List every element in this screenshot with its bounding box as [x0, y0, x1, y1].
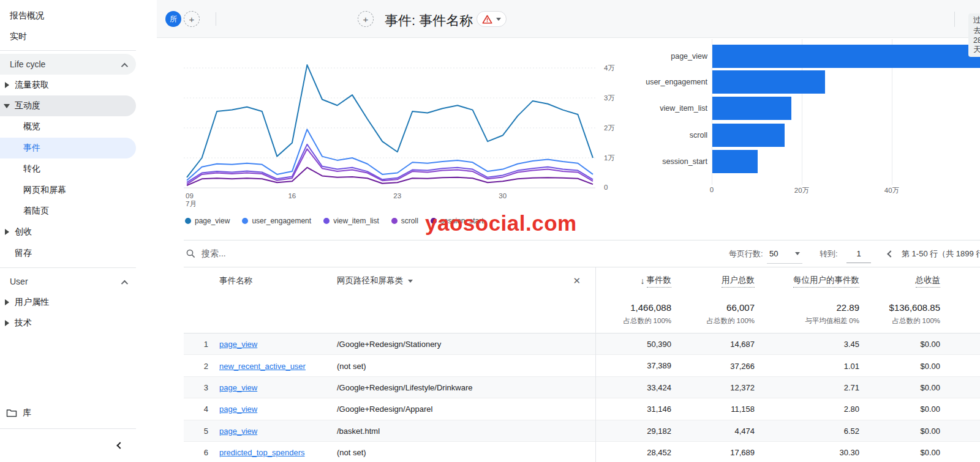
totals-cell: $136,608.85占总数的 100%	[859, 294, 940, 333]
x-axis-tick: 30	[499, 192, 507, 199]
bar-page_view	[712, 45, 980, 68]
column-header-total-revenue[interactable]: 总收益	[859, 275, 940, 288]
metric-cell: 50,390	[595, 333, 671, 355]
x-axis-tick: 20万	[794, 186, 809, 195]
add-comparison-button[interactable]: +	[184, 11, 200, 27]
event-name-link[interactable]: predicted_top_spenders	[219, 448, 305, 457]
section-header-life-cycle[interactable]: Life cycle	[0, 54, 136, 75]
chevron-down-icon	[496, 18, 501, 21]
sidebar-item-realtime[interactable]: 实时	[0, 26, 136, 47]
collapse-arrow-icon[interactable]	[4, 104, 10, 108]
event-name-link[interactable]: page_view	[219, 427, 257, 436]
data-quality-button[interactable]	[477, 11, 507, 27]
x-axis-tick: 16	[288, 192, 296, 199]
event-name-link[interactable]: page_view	[219, 340, 257, 349]
column-header-event-count-per-user[interactable]: 每位用户的事件数	[755, 275, 859, 288]
all-users-chip[interactable]: 所	[165, 11, 181, 27]
totals-value: 66,007	[726, 302, 755, 313]
table-row: 5page_view/basket.html29,1824,4746.52$0.…	[184, 420, 980, 442]
metric-cell: 29,182	[595, 420, 671, 442]
metric-header-label: 每位用户的事件数	[793, 275, 859, 288]
folder-icon	[6, 408, 17, 418]
x-axis-tick: 097月	[186, 192, 197, 209]
sidebar-item-pages-screens[interactable]: 网页和屏幕	[0, 180, 136, 201]
previous-page-icon[interactable]	[887, 250, 894, 257]
collapse-nav-icon[interactable]	[116, 442, 123, 449]
column-header-page-path[interactable]: 网页路径和屏幕类 ✕	[337, 275, 595, 286]
chevron-up-icon	[121, 280, 128, 287]
row-number: 4	[184, 404, 219, 414]
ga4-events-report: 所 + 事件: 事件名称 + 过去 28 天 7月9日 - 2023年8月5日	[0, 0, 980, 462]
sidebar-item-tech[interactable]: 技术	[0, 313, 136, 333]
left-nav: 报告概况 实时 Life cycle 流量获取 互动度 概览 事件 转化 网页和…	[0, 0, 157, 462]
event-name-link[interactable]: page_view	[219, 383, 257, 392]
rows-per-page-label: 每页行数:	[729, 240, 763, 267]
table-body: 1page_view/Google+Redesign/Stationery50,…	[184, 333, 980, 462]
y-axis-tick: 3万	[604, 94, 615, 103]
metric-header-label: 事件数	[647, 275, 672, 288]
y-axis-tick: 1万	[604, 154, 615, 163]
expand-arrow-icon[interactable]	[5, 299, 9, 305]
events-bar-chart: 020万40万page_viewuser_engagementview_item…	[643, 38, 980, 200]
metric-cell: 11,158	[671, 404, 755, 414]
sidebar-item-landing-page[interactable]: 着陆页	[0, 201, 136, 222]
rows-per-page-select[interactable]: 50	[767, 244, 802, 264]
expand-arrow-icon[interactable]	[5, 229, 9, 235]
legend-item-view_item_list: view_item_list	[323, 217, 379, 225]
table-row: 3page_view/Google+Redesign/Lifestyle/Dri…	[184, 377, 980, 398]
y-axis-tick: 2万	[604, 124, 615, 133]
expand-arrow-icon[interactable]	[5, 82, 9, 88]
sidebar-item-monetization[interactable]: 创收	[0, 222, 136, 242]
sidebar-item-acquisition[interactable]: 流量获取	[0, 75, 136, 95]
section-header-user[interactable]: User	[0, 271, 136, 292]
bar-scroll	[712, 124, 785, 147]
metric-cell: 1.01	[755, 362, 859, 371]
y-axis-tick: 0	[604, 184, 608, 191]
totals-cell: 22.89与平均值相差 0%	[755, 294, 859, 333]
bar-label-view_item_list: view_item_list	[643, 97, 707, 120]
page-title: 事件: 事件名称	[385, 12, 473, 30]
watermark: yaosocial.com	[425, 211, 577, 236]
line-chart-x-axis: 097月162330	[184, 192, 606, 212]
expand-arrow-icon[interactable]	[5, 320, 9, 326]
table-search[interactable]: 搜索...	[184, 248, 226, 259]
legend-label: page_view	[195, 217, 230, 225]
metric-cell: $0.00	[859, 340, 940, 349]
bar-label-page_view: page_view	[643, 45, 707, 68]
sort-descending-icon: ↓	[641, 276, 645, 286]
metric-cell: 6.52	[755, 427, 859, 436]
bar-user_engagement	[712, 70, 825, 94]
metric-cell: $0.00	[859, 448, 940, 457]
legend-item-user_engagement: user_engagement	[242, 217, 311, 225]
sidebar-item-conversions[interactable]: 转化	[0, 158, 136, 179]
table-row: 2new_recent_active_user(not set)37,38937…	[184, 355, 980, 376]
sidebar-item-engagement[interactable]: 互动度	[0, 95, 136, 116]
metric-cell: 17,689	[671, 448, 755, 457]
sidebar-item-overview[interactable]: 概览	[0, 116, 136, 137]
row-number: 6	[184, 448, 219, 457]
metric-cell: 3.45	[755, 340, 859, 349]
divider	[0, 267, 136, 268]
goto-page-input[interactable]: 1	[846, 245, 871, 263]
add-metric-button[interactable]: +	[358, 11, 374, 27]
column-header-event-name[interactable]: 事件名称	[219, 275, 337, 286]
sidebar-item-retention[interactable]: 留存	[0, 243, 136, 264]
event-name-link[interactable]: new_recent_active_user	[219, 362, 306, 371]
event-name-link[interactable]: page_view	[219, 404, 257, 414]
metric-cell: $0.00	[859, 404, 940, 414]
metric-cell: 2.71	[755, 383, 859, 392]
date-preset-badge: 过去 28 天	[968, 13, 980, 57]
divider	[0, 428, 136, 429]
sidebar-item-library[interactable]: 库	[0, 403, 136, 423]
sidebar-item-events-selected[interactable]: 事件	[0, 138, 136, 158]
search-icon	[186, 249, 195, 258]
column-header-total-users[interactable]: 用户总数	[671, 275, 755, 288]
remove-dimension-icon[interactable]: ✕	[573, 275, 581, 286]
column-header-event-count[interactable]: ↓事件数	[595, 267, 671, 294]
metric-cell: 31,146	[595, 398, 671, 420]
chevron-down-icon	[795, 252, 800, 255]
sidebar-item-user-attributes[interactable]: 用户属性	[0, 292, 136, 313]
totals-caption: 占总数的 100%	[706, 316, 755, 326]
sidebar-item-reports-snapshot[interactable]: 报告概况	[0, 6, 136, 26]
legend-label: scroll	[401, 217, 418, 225]
